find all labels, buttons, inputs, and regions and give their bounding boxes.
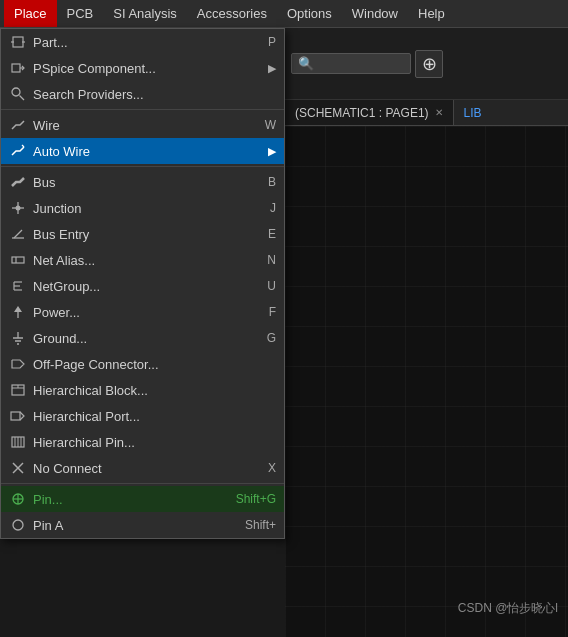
menu-item-hierblock[interactable]: Hierarchical Block... [1, 377, 284, 403]
pina-label: Pin A [29, 518, 237, 533]
tab-schematic[interactable]: (SCHEMATIC1 : PAGE1) ✕ [285, 100, 454, 125]
menu-item-netalias[interactable]: Net Alias... N [1, 247, 284, 273]
search-icon: 🔍 [298, 56, 314, 71]
svg-point-5 [12, 88, 20, 96]
menu-item-pina[interactable]: Pin A Shift+ [1, 512, 284, 538]
power-shortcut: F [269, 305, 276, 319]
pspice-icon [7, 60, 29, 76]
ground-icon [7, 330, 29, 346]
svg-marker-20 [14, 306, 22, 312]
hierpin-label: Hierarchical Pin... [29, 435, 276, 450]
junction-label: Junction [29, 201, 262, 216]
menu-item-hierport[interactable]: Hierarchical Port... [1, 403, 284, 429]
separator-2 [1, 166, 284, 167]
hierport-icon [7, 408, 29, 424]
ground-shortcut: G [267, 331, 276, 345]
wire-icon [7, 117, 29, 133]
hierport-label: Hierarchical Port... [29, 409, 276, 424]
hierpin-icon [7, 434, 29, 450]
menu-accessories[interactable]: Accessories [187, 0, 277, 27]
canvas-grid [285, 126, 568, 637]
menu-item-wire[interactable]: Wire W [1, 112, 284, 138]
pspice-arrow: ▶ [268, 62, 276, 75]
menu-item-busentry[interactable]: Bus Entry E [1, 221, 284, 247]
bus-label: Bus [29, 175, 260, 190]
watermark-text: CSDN @怡步晓心l [458, 600, 558, 617]
ground-label: Ground... [29, 331, 259, 346]
place-dropdown: Part... P PSpice Component... ▶ Search P… [0, 28, 285, 539]
netgroup-icon [7, 278, 29, 294]
netalias-shortcut: N [267, 253, 276, 267]
wire-label: Wire [29, 118, 257, 133]
menu-item-junction[interactable]: Junction J [1, 195, 284, 221]
svg-line-7 [22, 145, 24, 147]
wire-shortcut: W [265, 118, 276, 132]
netgroup-label: NetGroup... [29, 279, 259, 294]
menu-item-power[interactable]: Power... F [1, 299, 284, 325]
part-label: Part... [29, 35, 260, 50]
busentry-shortcut: E [268, 227, 276, 241]
noconnect-shortcut: X [268, 461, 276, 475]
zoom-in-icon: ⊕ [422, 53, 437, 75]
svg-rect-13 [12, 257, 24, 263]
pina-shortcut: Shift+ [245, 518, 276, 532]
menu-item-pspice[interactable]: PSpice Component... ▶ [1, 55, 284, 81]
menu-help[interactable]: Help [408, 0, 455, 27]
menu-item-offpage[interactable]: Off-Page Connector... [1, 351, 284, 377]
search-providers-label: Search Providers... [29, 87, 276, 102]
menu-si-analysis[interactable]: SI Analysis [103, 0, 187, 27]
busentry-label: Bus Entry [29, 227, 260, 242]
menu-item-bus[interactable]: Bus B [1, 169, 284, 195]
autowire-arrow: ▶ [268, 145, 276, 158]
svg-rect-0 [13, 37, 23, 47]
menu-item-ground[interactable]: Ground... G [1, 325, 284, 351]
busentry-icon [7, 226, 29, 242]
search-box: 🔍 [291, 53, 411, 74]
svg-point-10 [16, 206, 21, 211]
menu-place[interactable]: Place [4, 0, 57, 27]
pin-icon [7, 491, 29, 507]
autowire-label: Auto Wire [29, 144, 264, 159]
pspice-label: PSpice Component... [29, 61, 264, 76]
noconnect-icon [7, 460, 29, 476]
separator-1 [1, 109, 284, 110]
menu-window[interactable]: Window [342, 0, 408, 27]
tab-schematic-close[interactable]: ✕ [435, 107, 443, 118]
offpage-label: Off-Page Connector... [29, 357, 276, 372]
netalias-label: Net Alias... [29, 253, 259, 268]
svg-line-11 [14, 230, 22, 238]
menu-item-autowire[interactable]: Auto Wire ▶ [1, 138, 284, 164]
svg-line-6 [20, 96, 25, 101]
pina-icon [7, 517, 29, 533]
junction-icon [7, 200, 29, 216]
menu-item-part[interactable]: Part... P [1, 29, 284, 55]
netalias-icon [7, 252, 29, 268]
search-providers-icon [7, 86, 29, 102]
menu-item-search-providers[interactable]: Search Providers... [1, 81, 284, 107]
svg-point-38 [13, 520, 23, 530]
menu-pcb[interactable]: PCB [57, 0, 104, 27]
part-icon [7, 34, 29, 50]
svg-rect-3 [12, 64, 20, 72]
tab-schematic-label: (SCHEMATIC1 : PAGE1) [295, 106, 429, 120]
hierblock-label: Hierarchical Block... [29, 383, 276, 398]
offpage-icon [7, 356, 29, 372]
hierblock-icon [7, 382, 29, 398]
power-icon [7, 304, 29, 320]
canvas-area: CSDN @怡步晓心l [285, 126, 568, 637]
separator-3 [1, 483, 284, 484]
menu-options[interactable]: Options [277, 0, 342, 27]
bus-icon [7, 174, 29, 190]
menu-item-pin[interactable]: Pin... Shift+G [1, 486, 284, 512]
power-label: Power... [29, 305, 261, 320]
netgroup-shortcut: U [267, 279, 276, 293]
toolbar: 🔍 ⊕ [285, 28, 568, 100]
tab-lib[interactable]: LIB [454, 100, 492, 125]
tab-bar: (SCHEMATIC1 : PAGE1) ✕ LIB [285, 100, 568, 126]
part-shortcut: P [268, 35, 276, 49]
menu-item-noconnect[interactable]: No Connect X [1, 455, 284, 481]
zoom-in-button[interactable]: ⊕ [415, 50, 443, 78]
junction-shortcut: J [270, 201, 276, 215]
menu-item-netgroup[interactable]: NetGroup... U [1, 273, 284, 299]
menu-item-hierpin[interactable]: Hierarchical Pin... [1, 429, 284, 455]
